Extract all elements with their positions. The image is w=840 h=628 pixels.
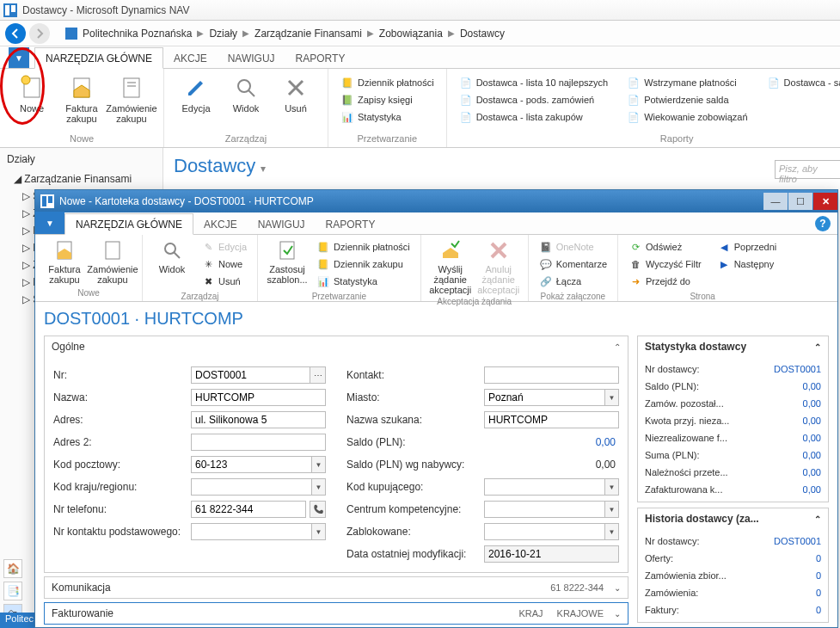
- stat-link[interactable]: 0,00: [769, 416, 821, 426]
- resp-center-input[interactable]: [484, 501, 605, 518]
- fasttab-header[interactable]: Fakturowanie KRAJKRAJOWE ⌄: [45, 603, 628, 624]
- payment-journal-button[interactable]: 📒Dziennik płatności: [311, 238, 415, 256]
- new-button[interactable]: ✳Nowe: [196, 256, 252, 273]
- tab-navigate[interactable]: NAWIGUJ: [248, 214, 316, 234]
- pencil-icon: ✎: [201, 240, 215, 254]
- postcode-input[interactable]: [191, 456, 312, 473]
- statistics-button[interactable]: 📊Statystyka: [335, 108, 439, 126]
- contact-input[interactable]: [484, 366, 619, 384]
- view-button[interactable]: Widok: [148, 237, 196, 290]
- hist-link[interactable]: 0: [769, 570, 821, 581]
- ribbon-menu-dropdown[interactable]: ▼: [9, 47, 29, 68]
- dial-button[interactable]: [310, 501, 326, 518]
- phone-input[interactable]: [191, 501, 306, 518]
- dropdown-button[interactable]: ▼: [605, 523, 619, 540]
- hist-link[interactable]: DOST0001: [769, 536, 821, 546]
- filter-input[interactable]: Pisz, aby filtro: [775, 160, 840, 179]
- comments-button[interactable]: 💬Komentarze: [534, 256, 612, 273]
- tab-reports[interactable]: RAPORTY: [316, 214, 386, 234]
- dropdown-button[interactable]: ▼: [312, 523, 326, 540]
- dropdown-button[interactable]: ▼: [312, 478, 326, 496]
- nav-home-icon[interactable]: 🏠: [3, 559, 22, 578]
- hist-link[interactable]: 0: [769, 605, 821, 615]
- goto-button[interactable]: ➜Przejdź do: [623, 273, 707, 290]
- report-hold-button[interactable]: 📄Wstrzymane płatności: [622, 74, 752, 91]
- fasttab-header[interactable]: Komunikacja 61 8222-344 ⌄: [45, 577, 628, 598]
- tab-actions[interactable]: AKCJE: [163, 48, 218, 68]
- country-input[interactable]: [191, 478, 312, 496]
- purchase-journal-button[interactable]: 📒Dziennik zakupu: [311, 256, 415, 273]
- tab-home[interactable]: NARZĘDZIA GŁÓWNE: [64, 213, 193, 235]
- crumb[interactable]: Zobowiązania: [379, 28, 443, 40]
- ribbon-menu-dropdown[interactable]: ▼: [35, 212, 64, 234]
- dropdown-button[interactable]: ▼: [605, 389, 619, 406]
- dropdown-button[interactable]: ▼: [605, 478, 619, 496]
- nav-posted-icon[interactable]: 📑: [3, 582, 22, 600]
- report-balconf-button[interactable]: 📄Potwierdzenie salda: [622, 91, 752, 108]
- delete-button[interactable]: Usuń: [271, 72, 321, 132]
- report-balance-button[interactable]: 📄Dostawca - saldo na dzień: [762, 74, 840, 91]
- next-button[interactable]: ▶Następny: [712, 256, 782, 273]
- stat-link[interactable]: 0,00: [769, 381, 821, 391]
- purchase-order-button[interactable]: Zamówienie zakupu: [107, 72, 156, 132]
- forward-button[interactable]: [29, 23, 50, 44]
- close-button[interactable]: ✕: [813, 193, 837, 210]
- address2-input[interactable]: [191, 434, 326, 451]
- search-name-input[interactable]: [484, 411, 619, 428]
- stat-link[interactable]: 0,00: [769, 433, 821, 443]
- payment-journal-button[interactable]: 📒Dziennik płatności: [335, 74, 439, 91]
- nr-input[interactable]: [191, 366, 310, 384]
- crumb[interactable]: Zarządzanie Finansami: [254, 28, 362, 40]
- statistics-button[interactable]: 📊Statystyka: [311, 273, 415, 290]
- minimize-button[interactable]: —: [763, 193, 788, 210]
- report-summary-button[interactable]: 📄Dostawca - pods. zamówień: [454, 91, 613, 108]
- clear-filter-button[interactable]: 🗑Wyczyść Filtr: [623, 256, 707, 273]
- report-purchaselist-button[interactable]: 📄Dostawca - lista zakupów: [454, 108, 613, 126]
- address-input[interactable]: [191, 411, 326, 428]
- stat-link[interactable]: 0,00: [769, 484, 821, 495]
- lookup-button[interactable]: ⋯: [310, 366, 326, 384]
- report-aging-button[interactable]: 📄Wiekowanie zobowiązań: [622, 108, 752, 126]
- crumb[interactable]: Politechnika Poznańska: [83, 28, 192, 40]
- new-button[interactable]: Nowe: [7, 72, 57, 132]
- city-input[interactable]: [484, 389, 605, 406]
- purchase-order-button[interactable]: Zamówienie zakupu: [89, 237, 137, 286]
- stat-link[interactable]: 0,00: [769, 467, 821, 477]
- view-button[interactable]: Widok: [221, 72, 271, 132]
- tab-navigate[interactable]: NAWIGUJ: [218, 48, 285, 68]
- send-approval-button[interactable]: Wyślij żądanie akceptacji: [426, 237, 475, 295]
- ledger-entries-button[interactable]: 📗Zapisy księgi: [335, 91, 439, 108]
- links-button[interactable]: 🔗Łącza: [534, 273, 612, 290]
- hist-link[interactable]: 0: [769, 553, 821, 563]
- name-input[interactable]: [191, 389, 326, 406]
- tab-actions[interactable]: AKCJE: [193, 214, 248, 234]
- dropdown-button[interactable]: ▼: [605, 501, 619, 518]
- stat-link[interactable]: DOST0001: [769, 364, 821, 374]
- factbox-header[interactable]: Historia dostawcy (za...⌃: [638, 508, 828, 529]
- tab-reports[interactable]: RAPORTY: [285, 48, 356, 68]
- dropdown-button[interactable]: ▼: [312, 456, 326, 473]
- apply-template-button[interactable]: Zastosuj szablon...: [263, 237, 311, 290]
- crumb[interactable]: Dostawcy: [460, 28, 505, 40]
- crumb[interactable]: Działy: [209, 28, 237, 40]
- stat-link[interactable]: 0,00: [769, 398, 821, 409]
- purchaser-input[interactable]: [484, 478, 605, 496]
- hist-link[interactable]: 0: [769, 588, 821, 598]
- primary-contact-input[interactable]: [191, 523, 312, 540]
- report-top10-button[interactable]: 📄Dostawca - lista 10 najlepszych: [454, 74, 613, 91]
- previous-button[interactable]: ◀Poprzedni: [712, 238, 782, 256]
- refresh-button[interactable]: ⟳Odśwież: [623, 238, 707, 256]
- help-button[interactable]: ?: [815, 216, 831, 231]
- purchase-invoice-button[interactable]: Faktura zakupu: [57, 72, 107, 132]
- fasttab-header[interactable]: Ogólne ⌃: [45, 336, 628, 357]
- back-button[interactable]: [5, 23, 26, 44]
- tree-node[interactable]: ◢ Zarządzanie Finansami: [0, 170, 162, 188]
- tab-home[interactable]: NARZĘDZIA GŁÓWNE: [34, 47, 163, 69]
- stat-link[interactable]: 0,00: [769, 450, 821, 460]
- maximize-button[interactable]: ☐: [788, 193, 812, 210]
- factbox-header[interactable]: Statystyka dostawcy⌃: [638, 336, 828, 357]
- purchase-invoice-button[interactable]: Faktura zakupu: [40, 237, 89, 286]
- blocked-input[interactable]: [484, 523, 605, 540]
- delete-button[interactable]: ✖Usuń: [196, 273, 252, 290]
- edit-button[interactable]: Edycja: [171, 72, 221, 132]
